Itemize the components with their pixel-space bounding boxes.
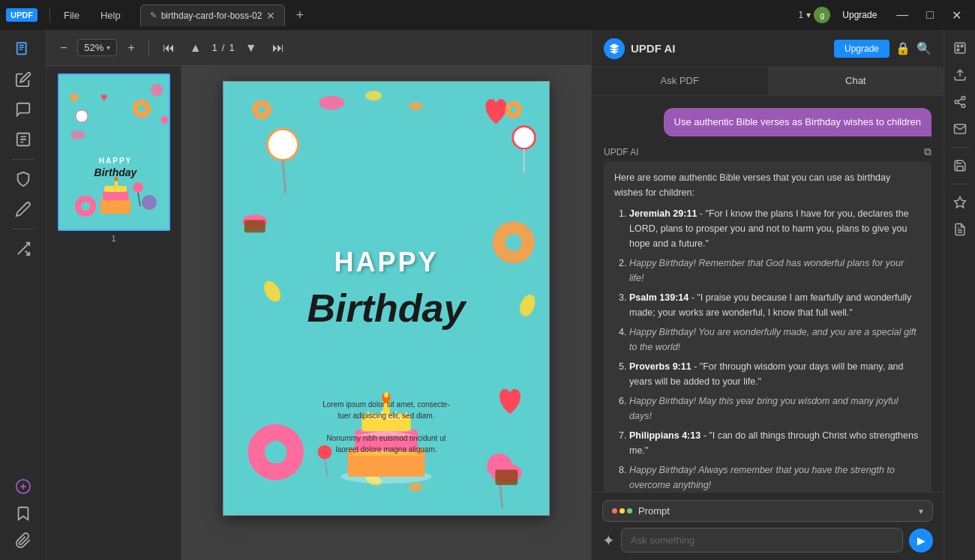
current-page: 1 bbox=[212, 42, 218, 53]
svg-point-12 bbox=[70, 130, 86, 139]
verses-list: Jeremiah 29:11 - "For I know the plans I… bbox=[614, 206, 921, 492]
menu-help[interactable]: Help bbox=[93, 7, 128, 24]
window-controls: 1 ▾ g Upgrade — □ ✕ bbox=[799, 5, 969, 25]
svg-point-26 bbox=[142, 195, 157, 210]
ai-header-right: Upgrade 🔒 🔍 bbox=[834, 40, 932, 58]
tab-birthday-card[interactable]: ✎ birthday-card-for-boss-02 ✕ bbox=[140, 4, 286, 26]
zoom-dropdown-arrow[interactable]: ▾ bbox=[106, 43, 110, 52]
svg-rect-66 bbox=[955, 43, 965, 53]
svg-point-70 bbox=[962, 104, 965, 108]
svg-point-14 bbox=[138, 105, 146, 112]
sidebar-icon-bookmark[interactable] bbox=[8, 500, 38, 527]
svg-line-72 bbox=[958, 99, 962, 101]
ai-logo bbox=[604, 38, 625, 59]
prev-page-button[interactable]: ▲ bbox=[185, 38, 206, 58]
svg-point-27 bbox=[133, 182, 143, 193]
menu-file[interactable]: File bbox=[56, 7, 87, 24]
sidebar-icon-pages[interactable] bbox=[8, 36, 38, 63]
zoom-out-button[interactable]: − bbox=[56, 38, 71, 58]
right-icon-scan[interactable] bbox=[948, 36, 972, 60]
ai-search-icon[interactable]: 🔍 bbox=[916, 41, 932, 55]
svg-point-44 bbox=[493, 221, 535, 263]
svg-point-54 bbox=[409, 483, 423, 491]
svg-point-35 bbox=[513, 127, 536, 149]
svg-line-71 bbox=[958, 103, 962, 105]
title-bar: UPDF File Help ✎ birthday-card-for-boss-… bbox=[0, 0, 975, 30]
copy-icon[interactable]: ⧉ bbox=[924, 145, 932, 158]
svg-point-51 bbox=[491, 463, 522, 483]
right-icon-ai-alt[interactable] bbox=[948, 190, 972, 214]
ai-response: UPDF AI ⧉ Here are some authentic Bible … bbox=[604, 145, 932, 492]
user-message: Use authentic Bible verses as Birthday w… bbox=[664, 108, 932, 136]
svg-point-9 bbox=[151, 84, 163, 96]
svg-rect-2 bbox=[19, 46, 23, 47]
thumbnail-item-1[interactable]: ♥ HAPPY Birthday bbox=[58, 73, 170, 243]
ai-tools-icon[interactable]: ✦ bbox=[602, 532, 615, 550]
svg-point-53 bbox=[364, 472, 382, 487]
chat-area[interactable]: Use authentic Bible verses as Birthday w… bbox=[592, 96, 944, 492]
send-button[interactable]: ▶ bbox=[909, 529, 933, 553]
right-icon-text-extract[interactable] bbox=[948, 217, 972, 241]
titlebar-divider bbox=[50, 7, 50, 22]
right-icon-email[interactable] bbox=[948, 117, 972, 141]
sidebar-icon-edit[interactable] bbox=[8, 66, 38, 93]
last-page-button[interactable]: ⏭ bbox=[268, 38, 289, 58]
minimize-button[interactable]: — bbox=[889, 5, 916, 25]
sidebar-icon-sign[interactable] bbox=[8, 196, 38, 223]
zoom-in-button[interactable]: + bbox=[123, 38, 139, 58]
tab-ask-pdf[interactable]: Ask PDF bbox=[592, 67, 768, 95]
thumbnail-sidebar: ♥ HAPPY Birthday bbox=[46, 66, 182, 560]
sidebar-icon-protect[interactable] bbox=[8, 166, 38, 193]
ai-response-label: UPDF AI bbox=[604, 147, 639, 157]
verse-8: Happy Birthday! Always remember that you… bbox=[629, 463, 921, 492]
dot-green bbox=[627, 508, 632, 514]
svg-point-38 bbox=[510, 106, 517, 113]
prompt-label: Prompt bbox=[638, 505, 913, 517]
lorem-text: Lorem ipsum dolor sit amet, consecte- tu… bbox=[311, 399, 461, 455]
svg-point-16 bbox=[76, 110, 88, 122]
ai-title: UPDF AI bbox=[631, 42, 675, 55]
right-divider bbox=[951, 147, 969, 148]
svg-text:Birthday: Birthday bbox=[94, 166, 137, 178]
maximize-button[interactable]: □ bbox=[919, 5, 941, 25]
svg-point-63 bbox=[384, 392, 388, 397]
sidebar-icon-attachment[interactable] bbox=[8, 527, 38, 554]
sidebar-icon-ai[interactable] bbox=[8, 473, 38, 500]
lock-icon[interactable]: 🔒 bbox=[896, 41, 910, 55]
tab-close-button[interactable]: ✕ bbox=[266, 10, 275, 22]
ai-header-left: UPDF AI bbox=[604, 38, 675, 59]
ai-upgrade-button[interactable]: Upgrade bbox=[834, 40, 890, 58]
pdf-viewer[interactable]: HAPPY Birthday Lorem ipsum dolor sit ame… bbox=[182, 66, 591, 560]
ai-response-body: Here are some authentic Bible verses tha… bbox=[604, 161, 932, 492]
sidebar-icon-form[interactable] bbox=[8, 126, 38, 153]
toolbar: − 52% ▾ + ⏮ ▲ 1 / 1 ▼ ⏭ bbox=[46, 30, 591, 66]
close-button[interactable]: ✕ bbox=[944, 5, 969, 25]
verse-7: Philippians 4:13 - "I can do all things … bbox=[629, 428, 921, 458]
new-tab-button[interactable]: + bbox=[291, 6, 308, 25]
ask-input[interactable] bbox=[621, 528, 903, 553]
svg-point-69 bbox=[955, 100, 958, 104]
prompt-bar[interactable]: Prompt ▾ bbox=[602, 500, 933, 522]
svg-marker-73 bbox=[954, 197, 965, 208]
svg-point-46 bbox=[517, 292, 538, 318]
sidebar-icon-convert[interactable] bbox=[8, 235, 38, 262]
upgrade-button-title[interactable]: Upgrade bbox=[833, 7, 886, 23]
thumbnail-label: 1 bbox=[111, 234, 116, 243]
svg-rect-0 bbox=[16, 43, 26, 55]
svg-rect-52 bbox=[495, 469, 518, 485]
next-page-button[interactable]: ▼ bbox=[241, 38, 262, 58]
ai-header: UPDF AI Upgrade 🔒 🔍 bbox=[592, 30, 944, 67]
svg-rect-19 bbox=[100, 199, 130, 214]
right-icon-share[interactable] bbox=[948, 90, 972, 114]
tab-chat[interactable]: Chat bbox=[768, 67, 944, 95]
svg-point-45 bbox=[505, 234, 521, 250]
toolbar-separator bbox=[148, 39, 149, 57]
page-indicator[interactable]: 1 ▾ bbox=[799, 10, 812, 20]
right-icon-save[interactable] bbox=[948, 154, 972, 178]
svg-point-30 bbox=[268, 129, 298, 160]
sidebar-icon-comment[interactable] bbox=[8, 96, 38, 123]
first-page-button[interactable]: ⏮ bbox=[158, 38, 179, 58]
tab-edit-icon: ✎ bbox=[150, 10, 157, 20]
prompt-chevron-icon[interactable]: ▾ bbox=[919, 506, 923, 517]
right-icon-export[interactable] bbox=[948, 63, 972, 87]
